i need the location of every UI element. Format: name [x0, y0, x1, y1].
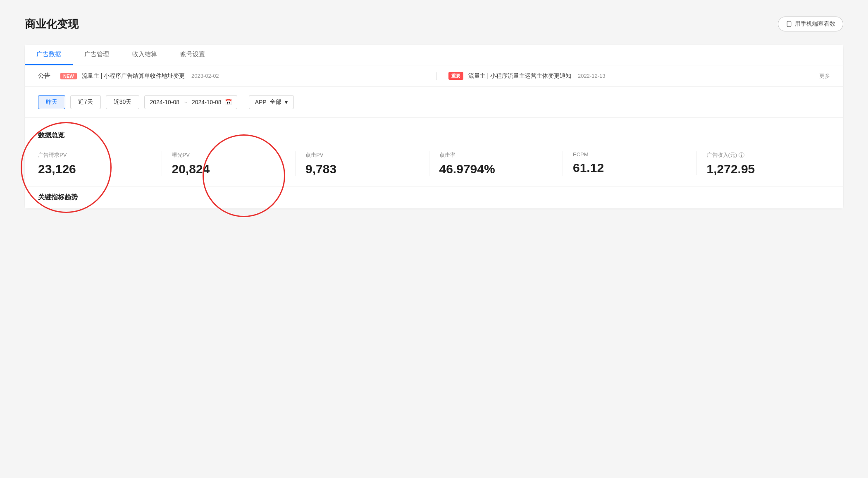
badge-new: NEW — [60, 73, 77, 79]
tab-income-settlement[interactable]: 收入结算 — [121, 45, 169, 65]
info-icon-revenue[interactable]: ℹ — [739, 152, 744, 158]
stats-section: 数据总览 广告请求PV 23,126 曝光PV 20,824 点击PV 9,78… — [25, 118, 843, 186]
stat-value-click-rate: 46.9794% — [439, 162, 553, 176]
stat-label-click: 点击PV — [305, 151, 419, 159]
stat-value-click: 9,783 — [305, 162, 419, 176]
stat-label-click-rate: 点击率 — [439, 151, 553, 159]
badge-important: 重要 — [448, 72, 463, 80]
app-selector-label: APP — [255, 99, 267, 105]
announcement-item-2: 重要 流量主 | 小程序流量主运营主体变更通知 2022-12-13 — [448, 72, 813, 80]
mobile-btn-label: 用手机端查看数 — [795, 20, 835, 28]
stat-ad-request-pv: 广告请求PV 23,126 — [38, 151, 162, 176]
page-title: 商业化变现 — [25, 17, 79, 31]
stat-ad-revenue: 广告收入(元) ℹ 1,272.95 — [707, 151, 830, 176]
stat-exposure-pv: 曝光PV 20,824 — [172, 151, 296, 176]
stat-value-ecpm: 61.12 — [573, 161, 687, 175]
announcement-text-1: 流量主 | 小程序广告结算单收件地址变更 — [82, 72, 185, 80]
date-start: 2024-10-08 — [150, 99, 179, 105]
stat-click-pv: 点击PV 9,783 — [305, 151, 429, 176]
stats-title: 数据总览 — [38, 131, 830, 140]
stat-value-revenue: 1,272.95 — [707, 162, 820, 176]
app-selector-value: 全部 — [270, 98, 281, 106]
stat-label-ad-request: 广告请求PV — [38, 151, 152, 159]
app-selector[interactable]: APP 全部 ▾ — [249, 95, 294, 109]
filter-yesterday[interactable]: 昨天 — [38, 95, 65, 109]
date-range-picker[interactable]: 2024-10-08 ～ 2024-10-08 📅 — [144, 95, 237, 109]
stat-value-ad-request: 23,126 — [38, 162, 152, 176]
announcement-divider — [436, 72, 437, 80]
more-link[interactable]: 更多 — [819, 72, 830, 80]
date-separator: ～ — [183, 98, 188, 106]
mobile-view-button[interactable]: 用手机端查看数 — [778, 17, 843, 31]
stat-label-exposure: 曝光PV — [172, 151, 286, 159]
filter-30days[interactable]: 近30天 — [106, 95, 140, 109]
chevron-down-icon: ▾ — [285, 99, 288, 105]
tab-ad-management[interactable]: 广告管理 — [73, 45, 121, 65]
date-end: 2024-10-08 — [192, 99, 222, 105]
calendar-icon: 📅 — [225, 99, 232, 105]
announcement-date-2: 2022-12-13 — [578, 73, 606, 79]
stat-value-exposure: 20,824 — [172, 162, 286, 176]
svg-rect-0 — [787, 21, 791, 26]
header-row: 商业化变现 用手机端查看数 — [25, 17, 843, 31]
mobile-icon — [786, 21, 792, 27]
stat-ecpm: ECPM 61.12 — [573, 151, 697, 175]
filter-7days[interactable]: 近7天 — [70, 95, 101, 109]
stat-label-revenue: 广告收入(元) ℹ — [707, 151, 820, 159]
announcement-bar: 公告 NEW 流量主 | 小程序广告结算单收件地址变更 2023-02-02 重… — [25, 65, 843, 87]
announcement-label: 公告 — [38, 72, 50, 80]
announcement-item-1: NEW 流量主 | 小程序广告结算单收件地址变更 2023-02-02 — [60, 72, 425, 80]
tab-account-settings[interactable]: 账号设置 — [169, 45, 217, 65]
announcement-date-1: 2023-02-02 — [191, 73, 219, 79]
stat-label-ecpm: ECPM — [573, 151, 687, 158]
trend-section-label: 关键指标趋势 — [25, 186, 843, 208]
stat-click-rate: 点击率 46.9794% — [439, 151, 563, 176]
stats-grid: 广告请求PV 23,126 曝光PV 20,824 点击PV 9,783 点击率… — [38, 151, 830, 176]
filter-row: 昨天 近7天 近30天 2024-10-08 ～ 2024-10-08 📅 AP… — [25, 87, 843, 118]
tabs-row: 广告数据 广告管理 收入结算 账号设置 — [25, 45, 843, 65]
announcement-text-2: 流量主 | 小程序流量主运营主体变更通知 — [468, 72, 571, 80]
main-card: 广告数据 广告管理 收入结算 账号设置 公告 NEW 流量主 | 小程序广告结算… — [25, 45, 843, 208]
tab-ad-data[interactable]: 广告数据 — [25, 45, 73, 65]
